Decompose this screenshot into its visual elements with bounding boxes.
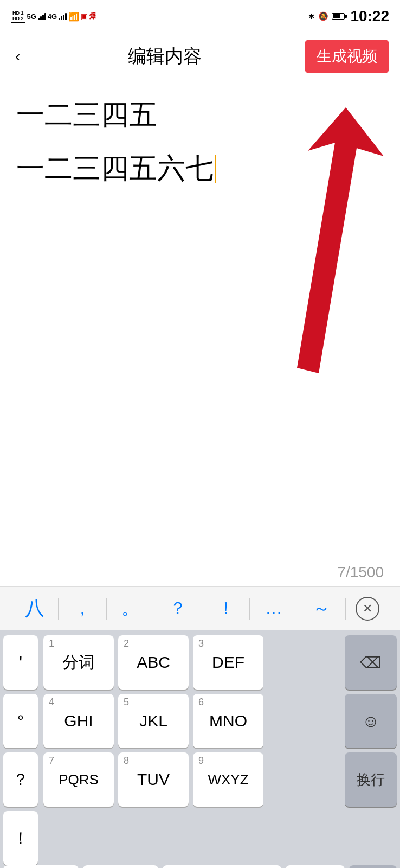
network-4g: 4G xyxy=(48,12,57,21)
keyboard-body: ' ° ？ ！ 1 分词 2 ABC 3 DEF xyxy=(3,635,397,865)
key-ai[interactable]: Ai xyxy=(349,865,397,868)
keyboard: ' ° ？ ！ 1 分词 2 ABC 3 DEF xyxy=(0,630,400,868)
key-question-full[interactable]: ？ xyxy=(3,752,38,807)
time-display: 10:22 xyxy=(350,8,389,25)
key-symbols[interactable]: 符号 xyxy=(3,865,79,868)
key-def[interactable]: 3 DEF xyxy=(193,635,263,690)
enter-label: 换行 xyxy=(357,770,385,789)
keyboard-row-3: 7 PQRS 8 TUV 9 WXYZ xyxy=(43,752,340,807)
content-area[interactable]: 一二三四五 一二三四五六七 xyxy=(0,80,400,558)
nav-bar: ‹ 编辑内容 生成视频 xyxy=(0,33,400,80)
suggestion-item-2[interactable]: ， xyxy=(59,597,106,621)
key-123[interactable]: 123 xyxy=(286,865,345,868)
suggestion-item-3[interactable]: 。 xyxy=(107,597,154,621)
wifi-icon: 📶 xyxy=(68,11,79,22)
bluetooth-icon: ∗ xyxy=(308,11,315,21)
delete-circle-icon: ✕ xyxy=(356,597,379,621)
network-5g: 5G xyxy=(27,12,36,21)
suggestion-delete-button[interactable]: ✕ xyxy=(346,597,389,621)
key-space[interactable]: 🎤 xyxy=(163,865,281,868)
key-degree[interactable]: ° xyxy=(3,694,38,748)
keyboard-row-2: 4 GHI 5 JKL 6 MNO xyxy=(43,694,340,748)
text-line-2: 一二三四五六七 xyxy=(16,150,384,188)
key-abc[interactable]: 2 ABC xyxy=(118,635,189,690)
backspace-button[interactable]: ⌫ xyxy=(345,635,397,690)
key-wxyz[interactable]: 9 WXYZ xyxy=(193,752,263,807)
arrow-annotation xyxy=(232,107,384,379)
suggestion-item-1[interactable]: 八 xyxy=(11,595,58,622)
suggestion-item-7[interactable]: ～ xyxy=(298,597,345,621)
sim2-icon: 爆 xyxy=(89,11,96,21)
text-line-1: 一二三四五 xyxy=(16,97,384,133)
generate-video-button[interactable]: 生成视频 xyxy=(305,40,389,73)
page-title: 编辑内容 xyxy=(128,44,202,69)
smiley-button[interactable]: ☺ xyxy=(345,694,397,748)
status-bar: HD 1 HD 2 5G 4G 📶 ▣ 爆 ∗ 🔕 xyxy=(0,0,400,33)
key-apostrophe[interactable]: ' xyxy=(3,635,38,690)
suggestion-item-5[interactable]: ！ xyxy=(202,597,249,621)
mute-icon: 🔕 xyxy=(318,11,328,21)
hd-badge: HD 1 HD 2 xyxy=(11,10,25,23)
smiley-icon: ☺ xyxy=(362,711,380,731)
x-icon: ✕ xyxy=(363,602,372,616)
keyboard-suggestion-row: 八 ， 。 ？ ！ … ～ ✕ xyxy=(0,586,400,630)
signal-bars-2 xyxy=(59,12,67,20)
battery-icon xyxy=(332,13,347,20)
back-button[interactable]: ‹ xyxy=(11,43,24,69)
backspace-icon: ⌫ xyxy=(360,654,382,672)
key-mno[interactable]: 6 MNO xyxy=(193,694,263,748)
status-left: HD 1 HD 2 5G 4G 📶 ▣ 爆 xyxy=(11,10,96,23)
key-pqrs[interactable]: 7 PQRS xyxy=(43,752,114,807)
sim-icon: ▣ xyxy=(81,12,88,21)
left-punct-column: ' ° ？ ！ xyxy=(3,635,38,865)
text-cursor xyxy=(215,155,216,183)
keyboard-row-1: 1 分词 2 ABC 3 DEF xyxy=(43,635,340,690)
keyboard-right-col: ⌫ ☺ 换行 xyxy=(345,635,397,865)
suggestion-item-4[interactable]: ？ xyxy=(154,597,202,621)
status-right: ∗ 🔕 10:22 xyxy=(308,8,389,25)
key-tuv[interactable]: 8 TUV xyxy=(118,752,189,807)
key-jkl[interactable]: 5 JKL xyxy=(118,694,189,748)
keyboard-bottom-row: 符号 🌐 中/英 🎤 123 Ai xyxy=(3,865,397,868)
suggestion-item-6[interactable]: … xyxy=(250,598,297,618)
key-ghi[interactable]: 4 GHI xyxy=(43,694,114,748)
svg-marker-0 xyxy=(297,107,384,373)
char-count: 7/1500 xyxy=(0,558,400,586)
signal-bars-1 xyxy=(38,12,46,20)
key-exclaim-full[interactable]: ！ xyxy=(3,811,38,865)
key-fenci[interactable]: 1 分词 xyxy=(43,635,114,690)
enter-button[interactable]: 换行 xyxy=(345,752,397,807)
keyboard-main-area: 1 分词 2 ABC 3 DEF 4 GHI 5 xyxy=(43,635,340,865)
key-chinese-english[interactable]: 🌐 中/英 xyxy=(83,865,158,868)
